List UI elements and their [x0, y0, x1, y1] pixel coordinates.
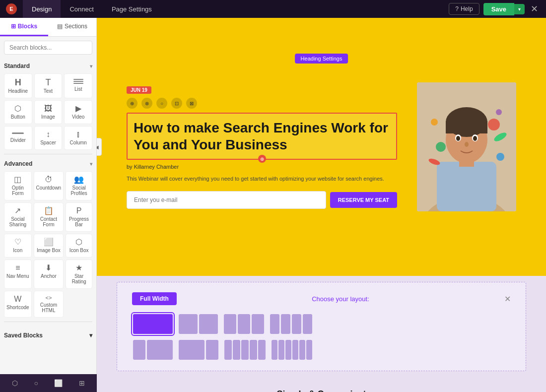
- toolbar-icon-2[interactable]: ⊗: [141, 98, 152, 109]
- one-third-block-b: [206, 340, 218, 360]
- svg-point-15: [431, 119, 438, 126]
- block-optin-form[interactable]: ◫ Optin Form: [4, 171, 32, 200]
- heading-resize-handle[interactable]: [258, 155, 266, 163]
- svg-point-11: [465, 142, 469, 147]
- sidebar-tab-sections[interactable]: ▤ Sections: [48, 18, 96, 36]
- svg-point-13: [436, 142, 446, 152]
- text-icon: T: [45, 78, 51, 87]
- block-anchor[interactable]: ⬇ Anchor: [34, 260, 64, 289]
- sixth-block-5: [299, 340, 305, 360]
- svg-point-12: [488, 119, 500, 131]
- right-content: [417, 82, 516, 211]
- email-input[interactable]: [127, 191, 326, 209]
- block-contact-form[interactable]: 📋 Contact Form: [34, 202, 64, 232]
- search-input[interactable]: [4, 41, 92, 55]
- bottom-bar-icon-2[interactable]: ○: [34, 379, 38, 387]
- person-photo-container: [417, 82, 516, 211]
- block-custom-html[interactable]: <> Custom HTML: [34, 291, 64, 318]
- author-text: by Killarney Chamber: [127, 164, 397, 170]
- bottom-section: Simple & Convenient See how it works: [97, 377, 546, 392]
- sixth-block-1: [272, 340, 277, 360]
- layout-six-col[interactable]: [271, 339, 313, 361]
- block-countdown[interactable]: ⏱ Countdown: [34, 171, 64, 200]
- block-headline[interactable]: H Headline: [4, 73, 32, 98]
- layout-two-thirds-one-third[interactable]: [178, 339, 219, 361]
- bottom-bar-icon-4[interactable]: ⊞: [79, 379, 85, 387]
- close-layout-button[interactable]: ✕: [504, 294, 511, 304]
- layout-two-col[interactable]: [178, 313, 219, 335]
- progress-bar-icon: P: [76, 207, 82, 215]
- toolbar-icon-4[interactable]: ⊡: [171, 98, 182, 109]
- tab-connect[interactable]: Connect: [61, 0, 102, 18]
- social-sharing-icon: ↗: [14, 207, 21, 215]
- social-profiles-icon: 👥: [74, 176, 84, 184]
- block-social-profiles[interactable]: 👥 Social Profiles: [66, 171, 92, 200]
- help-button[interactable]: ? Help: [449, 3, 479, 15]
- block-star-rating[interactable]: ★ Star Rating: [66, 260, 92, 289]
- block-column[interactable]: ⫿ Column: [64, 126, 92, 150]
- block-nav-menu[interactable]: ≡ Nav Menu: [4, 260, 32, 289]
- saved-blocks-header[interactable]: Saved Blocks ▾: [0, 328, 96, 343]
- layout-five-col[interactable]: [223, 339, 267, 361]
- sidebar-bottom-bar: ⬡ ○ ⬜ ⊞: [0, 374, 97, 392]
- layout-one-third-two-thirds[interactable]: [132, 339, 174, 361]
- full-block: [133, 314, 173, 334]
- block-social-sharing[interactable]: ↗ Social Sharing: [4, 202, 32, 232]
- svg-point-16: [496, 109, 502, 115]
- block-image-box[interactable]: ⬜ Image Box: [34, 234, 64, 258]
- heading-toolbar: ⊕ ⊗ ○ ⊡ ⊠: [127, 98, 397, 109]
- close-button[interactable]: ✕: [529, 3, 540, 14]
- icon-box-icon: ⬡: [75, 238, 82, 246]
- block-icon-box[interactable]: ⬡ Icon Box: [66, 234, 92, 258]
- topbar-right: ? Help Save ▾ ✕: [449, 3, 540, 15]
- fifth-block-3: [241, 340, 249, 360]
- toolbar-icon-1[interactable]: ⊕: [127, 98, 137, 109]
- block-spacer[interactable]: ↕ Spacer: [34, 126, 63, 150]
- chevron-down-icon: ▾: [90, 64, 92, 69]
- help-icon: ?: [455, 5, 459, 12]
- layout-full-width[interactable]: [132, 313, 174, 335]
- heading-settings-badge[interactable]: Heading Settings: [295, 54, 348, 64]
- sidebar-tab-blocks[interactable]: ⊞ Blocks: [0, 18, 48, 36]
- sixth-block-6: [306, 340, 312, 360]
- layout-three-col[interactable]: [223, 313, 265, 335]
- block-image[interactable]: 🖼 Image: [34, 100, 63, 124]
- layout-four-col[interactable]: [269, 313, 313, 335]
- block-shortcode[interactable]: W Shortcode: [4, 291, 32, 318]
- toolbar-icon-3[interactable]: ○: [156, 98, 167, 109]
- fifth-block-5: [258, 340, 266, 360]
- heading-box[interactable]: How to make Search Engines Work for You …: [127, 113, 397, 160]
- block-divider[interactable]: Divider: [4, 126, 32, 150]
- divider-icon: [12, 132, 24, 134]
- full-width-badge[interactable]: Full Width: [132, 292, 177, 305]
- svg-point-10: [473, 136, 477, 141]
- block-list[interactable]: List: [64, 73, 92, 98]
- layout-picker-wrapper: Full Width Choose your layout: ✕: [97, 276, 546, 377]
- block-progress-bar[interactable]: P Progress Bar: [66, 202, 92, 232]
- standard-section-header[interactable]: Standard ▾: [0, 59, 96, 71]
- save-button[interactable]: Save: [483, 3, 514, 15]
- collapse-sidebar-button[interactable]: ◀: [97, 138, 102, 156]
- block-video[interactable]: ▶ Video: [64, 100, 92, 124]
- bottom-bar-icon-1[interactable]: ⬡: [12, 379, 18, 387]
- advanced-chevron-icon: ▾: [90, 161, 92, 167]
- block-text[interactable]: T Text: [34, 73, 63, 98]
- save-dropdown-button[interactable]: ▾: [514, 4, 525, 14]
- heading-text: How to make Search Engines Work for You …: [134, 120, 390, 153]
- email-form-row: RESERVE MY SEAT: [127, 191, 397, 209]
- layout-row-2: [132, 339, 511, 361]
- bottom-bar-icon-3[interactable]: ⬜: [54, 379, 63, 387]
- tab-design[interactable]: Design: [23, 0, 61, 18]
- image-icon: 🖼: [44, 105, 52, 113]
- third-block-1: [224, 314, 236, 334]
- quarter-block-1: [270, 314, 279, 334]
- block-icon[interactable]: ♡ Icon: [4, 234, 32, 258]
- sixth-block-3: [285, 340, 291, 360]
- column-icon: ⫿: [76, 131, 80, 138]
- block-button[interactable]: ⬡ Button: [4, 100, 32, 124]
- tab-page-settings[interactable]: Page Settings: [103, 0, 161, 18]
- advanced-section-header[interactable]: Advanced ▾: [0, 156, 96, 169]
- reserve-button[interactable]: RESERVE MY SEAT: [330, 192, 397, 208]
- two-thirds-block-b: [179, 340, 205, 360]
- toolbar-icon-5[interactable]: ⊠: [186, 98, 197, 109]
